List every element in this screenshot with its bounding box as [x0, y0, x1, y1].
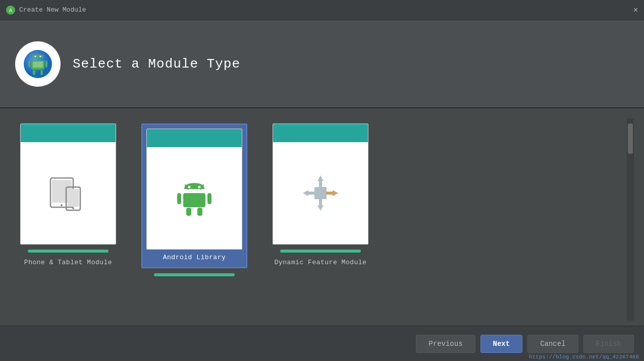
- svg-rect-11: [40, 70, 43, 75]
- header-section: Select a Module Type: [0, 20, 644, 108]
- svg-rect-34: [308, 192, 315, 195]
- svg-point-18: [72, 207, 74, 209]
- svg-rect-26: [186, 208, 191, 216]
- header-logo: [15, 41, 61, 87]
- card-label-phone: Phone & Tablet Module: [24, 259, 112, 266]
- card-body-android: [147, 147, 242, 249]
- svg-rect-12: [33, 62, 43, 68]
- scrollbar-thumb[interactable]: [628, 124, 633, 154]
- android-studio-logo: [23, 49, 52, 79]
- svg-rect-23: [183, 193, 205, 207]
- previous-button[interactable]: Previous: [416, 335, 475, 353]
- svg-rect-9: [45, 61, 47, 68]
- card-visual-android: [146, 129, 242, 250]
- svg-marker-29: [317, 175, 324, 181]
- finish-button[interactable]: Finish: [583, 335, 634, 353]
- footer-link: https://blog.csdn.net/qq_42267486: [529, 354, 644, 360]
- page-title: Select a Module Type: [73, 56, 240, 72]
- card-visual-phone: [20, 124, 116, 245]
- card-visual-feature: [273, 124, 368, 245]
- card-body-feature: [273, 142, 368, 244]
- footer: Previous Next Cancel Finish https://blog…: [0, 326, 644, 361]
- cancel-button[interactable]: Cancel: [527, 335, 578, 353]
- android-studio-icon: A: [6, 6, 15, 15]
- title-bar-title: Create New Module: [19, 6, 86, 14]
- svg-point-15: [61, 204, 63, 206]
- main-content: Phone & Tablet Module: [0, 108, 644, 326]
- svg-rect-8: [28, 61, 30, 68]
- next-button[interactable]: Next: [480, 335, 523, 353]
- module-card-phone-tablet[interactable]: Phone & Tablet Module: [10, 124, 126, 266]
- card-progress-feature: [280, 250, 361, 253]
- card-top-bar-feature: [273, 124, 368, 142]
- svg-point-5: [35, 55, 36, 57]
- svg-text:A: A: [9, 8, 12, 14]
- card-label-feature: Dynamic Feature Module: [275, 259, 367, 266]
- card-selected-wrapper: Android Library: [141, 124, 247, 268]
- card-label-android: Android Library: [146, 250, 242, 263]
- dynamic-feature-icon: [300, 173, 341, 213]
- svg-rect-17: [68, 189, 79, 207]
- svg-point-22: [198, 186, 201, 189]
- svg-rect-30: [319, 180, 322, 188]
- module-card-dynamic-feature[interactable]: Dynamic Feature Module: [262, 124, 379, 266]
- android-library-icon: [174, 178, 214, 218]
- card-progress-phone: [28, 250, 109, 253]
- svg-rect-28: [314, 187, 327, 199]
- scrollbar[interactable]: [627, 118, 634, 321]
- svg-rect-36: [326, 192, 333, 195]
- card-progress-android: [154, 273, 235, 276]
- svg-rect-10: [33, 70, 35, 75]
- phone-tablet-icon: [48, 173, 88, 213]
- svg-rect-32: [319, 199, 322, 206]
- cards-area: Phone & Tablet Module: [10, 118, 623, 321]
- title-bar: A Create New Module ×: [0, 0, 644, 20]
- card-top-bar-android: [147, 129, 242, 147]
- svg-point-6: [40, 55, 41, 57]
- svg-marker-33: [303, 190, 308, 196]
- svg-point-21: [188, 186, 191, 189]
- close-button[interactable]: ×: [633, 6, 638, 14]
- module-card-android-library[interactable]: Android Library: [136, 124, 252, 276]
- svg-marker-35: [333, 190, 338, 196]
- title-bar-left: A Create New Module: [6, 6, 86, 15]
- svg-marker-31: [317, 205, 324, 211]
- svg-rect-24: [177, 193, 181, 204]
- svg-rect-25: [207, 193, 211, 204]
- svg-rect-27: [197, 208, 202, 216]
- card-body-phone: [21, 142, 116, 244]
- card-top-bar: [21, 124, 116, 142]
